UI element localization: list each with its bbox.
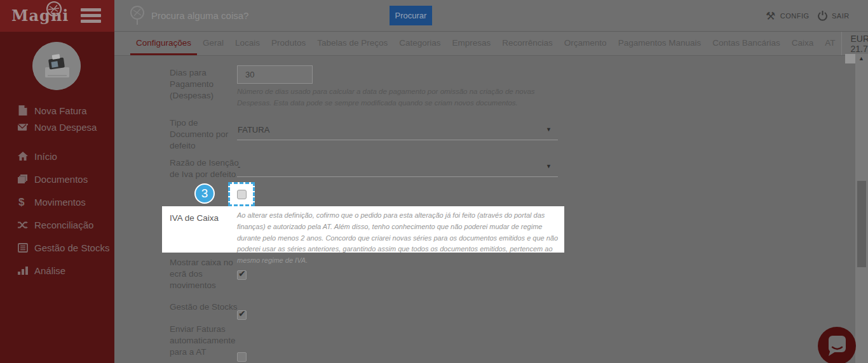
- sidebar-item-analise[interactable]: Análise: [18, 263, 113, 278]
- sidebar-item-label: Reconciliação: [34, 220, 93, 230]
- tour-step-badge: 3: [194, 183, 215, 204]
- vat-exemption-select[interactable]: - ▼: [237, 158, 558, 177]
- cash-vat-label: IVA de Caixa: [170, 213, 237, 223]
- sidebar-item-label: Nova Despesa: [34, 122, 97, 133]
- company-avatar[interactable]: [32, 42, 81, 90]
- tab-configuracoes[interactable]: Configurações: [130, 32, 197, 55]
- sidebar-item-label: Movimentos: [34, 197, 86, 208]
- sidebar-item-nova-despesa[interactable]: Nova Despesa: [18, 119, 113, 135]
- sidebar-header: Magni: [0, 0, 114, 32]
- sidebar-item-movimentos[interactable]: $ Movimentos: [18, 194, 113, 209]
- default-doc-type-value: FATURA: [238, 125, 269, 135]
- tab-contas-bancarias[interactable]: Contas Bancárias: [707, 32, 786, 55]
- envelope-icon: [18, 123, 28, 131]
- cash-vat-help: Ao alterar esta definição, cofirmo que o…: [237, 210, 559, 267]
- sidebar-item-label: Gestão de Stocks: [34, 242, 109, 253]
- payment-days-label: Dias para Pagamento (Despesas): [170, 67, 236, 102]
- tools-icon: ⚒: [766, 10, 776, 23]
- payment-days-help: Número de dias usado para calcular a dat…: [237, 86, 550, 109]
- tab-tabelas-de-precos[interactable]: Tabelas de Preços: [311, 32, 393, 55]
- tab-categorias[interactable]: Categorias: [393, 32, 446, 55]
- tab-list: Configurações Geral Locais Produtos Tabe…: [130, 32, 841, 55]
- payment-days-input[interactable]: [237, 65, 313, 84]
- cash-vat-checkbox[interactable]: [237, 190, 247, 199]
- chevron-down-icon: ▼: [546, 163, 552, 169]
- shuffle-icon: [18, 221, 28, 229]
- balance-box: EUR 21.730,20: [841, 32, 868, 55]
- tab-empresas[interactable]: Empresas: [447, 32, 497, 55]
- home-icon: [18, 152, 28, 161]
- chevron-down-icon: ▼: [546, 126, 552, 133]
- vertical-scrollbar[interactable]: ▲: [855, 54, 868, 363]
- tab-at[interactable]: AT: [819, 32, 841, 55]
- sidebar-item-label: Início: [34, 151, 57, 162]
- sidebar-item-documentos[interactable]: Documentos: [18, 171, 113, 187]
- sidebar-item-label: Nova Fatura: [34, 105, 87, 116]
- sidebar-item-gestao-stocks[interactable]: Gestão de Stocks: [18, 240, 113, 255]
- tab-orcamento[interactable]: Orçamento: [559, 32, 613, 55]
- top-bar: Procurar ⚒ CONFIG SAIR: [114, 0, 868, 32]
- check-icon: ✔: [238, 268, 246, 279]
- tab-geral[interactable]: Geral: [197, 32, 229, 55]
- cash-vat-row: IVA de Caixa Ao alterar esta definição, …: [162, 206, 564, 253]
- vat-exemption-label: Razão de Isenção de Iva por defeito: [170, 157, 245, 180]
- scrollbar-corner: [845, 54, 855, 63]
- search-input[interactable]: [151, 5, 374, 25]
- vat-exemption-value: -: [238, 162, 240, 171]
- stocks-icon: [18, 243, 28, 253]
- auto-send-invoices-label: Enviar Faturas automaticamente para a AT: [170, 324, 236, 359]
- cash-register-image: [32, 42, 81, 90]
- tab-pagamentos-manuais[interactable]: Pagamentos Manuais: [613, 32, 707, 55]
- show-cash-checkbox[interactable]: ✔: [237, 270, 247, 280]
- default-doc-type-select[interactable]: FATURA ▼: [237, 121, 558, 140]
- sidebar: Magni Nova Fatura Nova Despesa Início: [0, 0, 114, 363]
- tab-caixa[interactable]: Caixa: [786, 32, 820, 55]
- dollar-icon: $: [18, 197, 28, 208]
- default-doc-type-label: Tipo de Documento por defeito: [170, 117, 236, 152]
- svg-text:$: $: [18, 197, 25, 208]
- auto-send-invoices-checkbox[interactable]: [237, 352, 247, 362]
- settings-form: Dias para Pagamento (Despesas) Número de…: [114, 56, 868, 363]
- tab-recorrencias[interactable]: Recorrências: [496, 32, 559, 55]
- search-button[interactable]: Procurar: [390, 6, 432, 25]
- check-icon: ✔: [238, 308, 246, 319]
- sidebar-item-nova-fatura[interactable]: Nova Fatura: [18, 103, 113, 118]
- power-icon: [818, 11, 827, 21]
- tour-highlight-frame: [228, 182, 255, 206]
- logout-label: SAIR: [832, 12, 850, 20]
- stock-management-label: Gestão de Stocks: [170, 301, 246, 313]
- sidebar-item-label: Análise: [34, 265, 65, 276]
- sidebar-item-inicio[interactable]: Início: [18, 148, 113, 164]
- stock-management-checkbox[interactable]: ✔: [237, 310, 247, 320]
- logout-button[interactable]: SAIR: [818, 0, 850, 32]
- tab-locais[interactable]: Locais: [229, 32, 266, 55]
- bar-chart-icon: [18, 266, 28, 275]
- scroll-up-arrow-icon[interactable]: ▲: [858, 55, 864, 62]
- chat-launcher-button[interactable]: [818, 327, 856, 363]
- chat-bubble-icon: [818, 327, 856, 363]
- scrollbar-thumb[interactable]: [857, 181, 866, 267]
- magnifier-logo-icon: [44, 1, 64, 22]
- menu-toggle-icon[interactable]: [81, 8, 101, 25]
- document-icon: [18, 105, 28, 116]
- documents-icon: [18, 175, 28, 184]
- sidebar-item-label: Documentos: [34, 174, 88, 185]
- sidebar-item-reconciliacao[interactable]: Reconciliação: [18, 217, 113, 232]
- search-icon: [127, 4, 147, 27]
- settings-tab-bar: Configurações Geral Locais Produtos Tabe…: [114, 32, 868, 56]
- tab-produtos[interactable]: Produtos: [266, 32, 311, 55]
- account-balance: EUR 21.730,20: [851, 34, 868, 54]
- config-label: CONFIG: [780, 12, 810, 20]
- show-cash-label: Mostrar caixa no ecrã dos movimentos: [170, 257, 236, 292]
- config-button[interactable]: ⚒ CONFIG: [766, 0, 810, 32]
